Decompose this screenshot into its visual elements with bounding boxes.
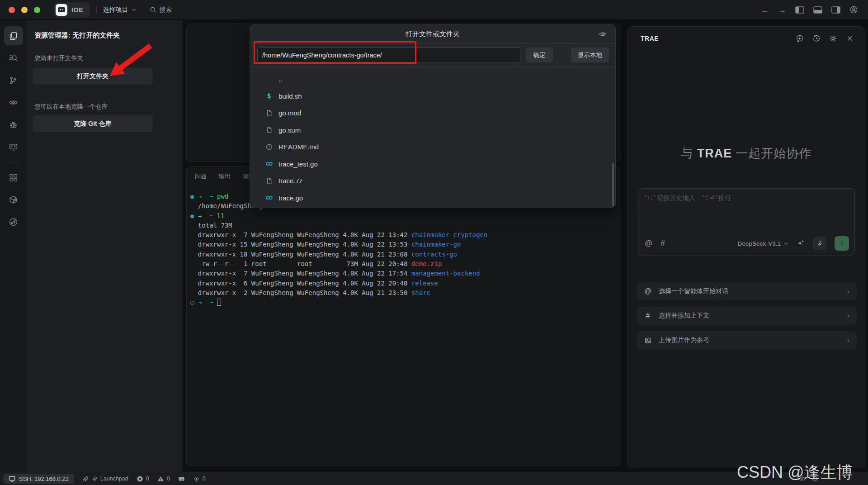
terminal-line: drwxrwxr-x 7 WuFengSheng WuFengSheng 4.0… [190, 269, 617, 278]
explorer-title: 资源管理器: 无打开的文件夹 [34, 31, 120, 40]
divider [143, 6, 143, 14]
activity-preview[interactable] [4, 93, 23, 112]
activity-explorer[interactable] [4, 26, 23, 45]
hash-icon: # [644, 312, 652, 320]
file-row[interactable]: go.mod [250, 105, 615, 122]
close-window-button[interactable] [9, 7, 15, 13]
file-name: go.sum [278, 126, 301, 134]
activity-source-control[interactable] [4, 71, 23, 90]
launchpad-label: Launchpad [100, 475, 128, 482]
bug-icon [9, 120, 18, 129]
file-row[interactable]: trace.7z [250, 172, 615, 190]
eye-star-icon [9, 98, 18, 107]
file-row[interactable]: .. [250, 71, 615, 88]
warning-icon [157, 475, 164, 482]
nav-forward-button[interactable]: → [778, 6, 786, 14]
ai-welcome-text: 与TRAE一起开始协作 [627, 145, 865, 162]
git-branch-icon [9, 76, 18, 85]
mention-icon[interactable]: @ [645, 239, 652, 248]
file-name: trace.7z [278, 177, 302, 185]
show-local-button[interactable]: 显示本地 [571, 48, 609, 62]
launchpad-item[interactable]: Launchpad [82, 475, 128, 482]
welcome-suffix: 一起开始协作 [736, 147, 811, 160]
chevron-down-icon [783, 241, 788, 246]
file-name: .. [278, 75, 282, 83]
panel-tab-0[interactable]: 问题 [195, 172, 207, 181]
mic-button[interactable] [813, 237, 826, 250]
quick-action-at[interactable]: @选择一个智能体开始对话› [637, 282, 857, 300]
model-selector[interactable]: DeepSeek-V3.1 [738, 240, 788, 247]
ports-item[interactable] [178, 475, 185, 482]
activity-plugins[interactable] [4, 212, 23, 231]
ai-panel-header: TRAE [627, 27, 865, 50]
new-chat-icon[interactable] [796, 34, 804, 43]
quick-action-image[interactable]: 上传图片作为参考› [637, 331, 857, 349]
no-folder-hint: 您尚未打开文件夹 [34, 54, 83, 62]
toggle-right-sidebar-icon[interactable] [831, 6, 840, 14]
package-cube-icon [9, 195, 18, 204]
trae-ai-panel: TRAE 与TRAE一起开始协作 @ # DeepSeek-V3.1 ↑ @选择… [627, 26, 865, 468]
activity-bar [0, 20, 27, 472]
confirm-button[interactable]: 确定 [526, 48, 553, 62]
close-icon[interactable] [846, 34, 854, 43]
clone-hint: 您可以在本地克隆一个仓库 [34, 103, 108, 111]
file-row[interactable]: GOtrace_test.go [250, 156, 615, 173]
broadcast-icon [193, 475, 200, 482]
welcome-prefix: 与 [681, 147, 693, 160]
terminal-output[interactable]: ● → ~ pwd /home/WuFengSheng● → ~ ll tota… [190, 192, 617, 462]
project-picker-label: 选择项目 [103, 6, 128, 14]
path-input[interactable] [257, 48, 520, 62]
chevron-down-icon [132, 7, 137, 12]
file-name: go.mod [278, 109, 301, 117]
file-row[interactable]: $build.sh [250, 88, 615, 105]
gear-icon[interactable] [829, 34, 837, 43]
broadcast-count: 0 [203, 475, 206, 482]
history-icon[interactable] [812, 34, 821, 43]
maximize-window-button[interactable] [34, 7, 40, 13]
activity-remote[interactable] [4, 137, 23, 156]
remote-host-label: SSH: 192.168.0.22 [19, 475, 69, 482]
ai-chat-input[interactable] [645, 194, 848, 230]
toggle-left-sidebar-icon[interactable] [795, 6, 804, 14]
files-icon [9, 31, 18, 41]
divider [96, 6, 97, 14]
app-logo-chip[interactable]: IDE [54, 2, 90, 18]
rocket-small-icon [92, 476, 98, 482]
terminal-line: ● → ~ ll [190, 211, 617, 221]
activity-packages[interactable] [4, 190, 23, 209]
file-file-icon [265, 109, 273, 117]
account-icon[interactable] [849, 5, 858, 14]
send-button[interactable]: ↑ [835, 236, 849, 251]
file-row[interactable]: go.sum [250, 122, 615, 139]
scrollbar-thumb[interactable] [612, 163, 614, 206]
toggle-bottom-panel-icon[interactable] [813, 6, 822, 14]
context-hash-icon[interactable]: # [660, 239, 665, 248]
file-name: build.sh [278, 92, 302, 100]
ai-panel-title: TRAE [641, 35, 659, 42]
chevron-right-icon: › [847, 287, 849, 295]
errors-item[interactable]: 0 [137, 475, 149, 482]
activity-debug[interactable] [4, 115, 23, 134]
global-search[interactable]: 搜索 [150, 6, 172, 14]
dialog-header: 打开文件或文件夹 [250, 25, 615, 44]
file-row[interactable]: README.md [250, 138, 615, 156]
activity-search[interactable] [4, 48, 23, 67]
remote-indicator[interactable]: SSH: 192.168.0.22 [3, 474, 74, 484]
terminal-line: drwxrwxr-x 6 WuFengSheng WuFengSheng 4.0… [190, 279, 617, 288]
error-icon [137, 475, 143, 482]
clone-git-button[interactable]: 克隆 Git 仓库 [33, 115, 153, 132]
welcome-brand: TRAE [697, 147, 732, 160]
activity-extensions[interactable] [4, 168, 23, 187]
broadcast-item[interactable]: 0 [193, 475, 206, 482]
quick-action-hash[interactable]: #选择并添加上下文› [637, 307, 857, 325]
minimize-window-button[interactable] [21, 7, 28, 13]
bell-icon[interactable] [811, 475, 818, 482]
warnings-item[interactable]: 0 [157, 475, 170, 482]
sparkle-icon[interactable] [797, 239, 805, 247]
file-row[interactable]: GOtrace.go [250, 190, 615, 207]
panel-tab-1[interactable]: 输出 [219, 172, 231, 181]
nav-back-button[interactable]: ← [761, 6, 769, 14]
open-folder-button[interactable]: 打开文件夹 [33, 68, 153, 85]
project-picker[interactable]: 选择项目 [103, 6, 137, 14]
eye-icon[interactable] [599, 30, 607, 38]
